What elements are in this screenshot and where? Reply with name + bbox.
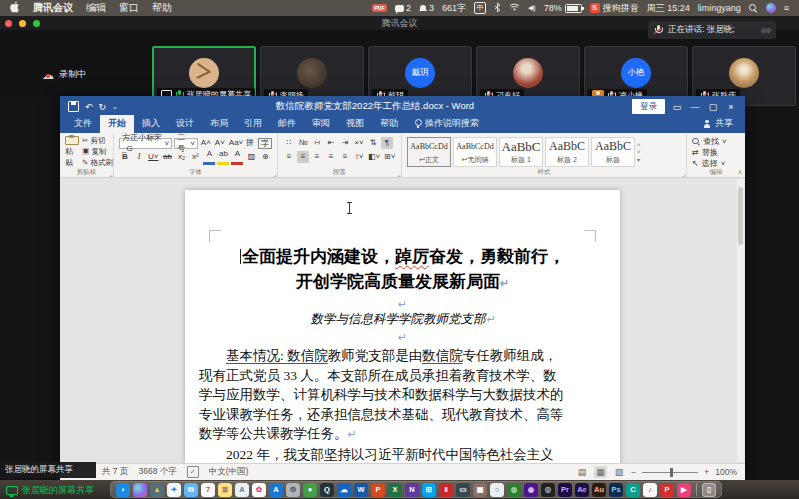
dock-icon-calendar[interactable]: 7	[201, 483, 215, 497]
justify-icon[interactable]: ≡	[325, 151, 337, 163]
login-button[interactable]: 登录	[632, 99, 665, 114]
format-painter-button[interactable]: ✎ 格式刷	[82, 158, 113, 168]
redo-icon[interactable]: ↻	[99, 102, 107, 112]
style-card-标题 1[interactable]: AaBbC标题 1	[499, 137, 543, 167]
shading-icon[interactable]: ◧˅	[367, 151, 381, 163]
highlight-color-icon[interactable]: ab	[217, 150, 229, 165]
dock-icon-audition[interactable]: Au	[592, 483, 606, 497]
close-traffic-light[interactable]	[5, 20, 12, 27]
dock-icon-mail[interactable]: ✉	[184, 483, 198, 497]
dock-icon-onenote[interactable]: N	[405, 483, 419, 497]
dock-icon-earth-browser[interactable]: ◍	[507, 483, 521, 497]
dock-icon-after-effects[interactable]: Ae	[575, 483, 589, 497]
menubar-app-name[interactable]: 腾讯会议	[33, 0, 73, 16]
underline-button[interactable]: U˅	[147, 151, 159, 163]
paste-button[interactable]: 粘贴	[65, 136, 79, 168]
copy-button[interactable]: ▣ 复制	[82, 147, 113, 157]
grow-font-icon[interactable]: A˄	[200, 137, 212, 149]
change-case-icon[interactable]: Aa˅	[228, 137, 242, 149]
style-card-↩正文[interactable]: AaBbCcDd↩正文	[407, 137, 451, 167]
dock-icon-circle-app[interactable]: ○	[490, 483, 504, 497]
superscript-button[interactable]: x²	[189, 151, 201, 163]
ribbon-tab-布局[interactable]: 布局	[202, 115, 236, 133]
dock-icon-screen-tool[interactable]: ▭	[456, 483, 470, 497]
dock-icon-photoshop[interactable]: Ps	[609, 483, 623, 497]
scrollbar-thumb[interactable]	[738, 187, 743, 245]
dock-icon-textedit[interactable]: A	[235, 483, 249, 497]
wifi-icon[interactable]	[509, 3, 520, 13]
paragraph-dialog-launcher[interactable]: ⌟	[397, 170, 400, 177]
chat-status-item[interactable]: 2	[395, 3, 411, 13]
clipboard-dialog-launcher[interactable]: ⌟	[109, 170, 112, 177]
phonetic-guide-icon[interactable]: 拼	[244, 137, 256, 149]
control-center-icon[interactable]: ≡	[784, 3, 789, 13]
dock-icon-app-store[interactable]: A	[269, 483, 283, 497]
language-status[interactable]: 中文(中国)	[209, 466, 249, 478]
mic-muted-icon[interactable]	[654, 25, 663, 35]
numbering-icon[interactable]: №	[297, 137, 309, 149]
strikethrough-button[interactable]: ab	[161, 151, 173, 163]
dock-icon-video-app[interactable]: ▶	[677, 483, 691, 497]
multilevel-list-icon[interactable]: ∺	[311, 137, 323, 149]
dock-icon-camera-app[interactable]: ◎	[541, 483, 555, 497]
dock-icon-premiere[interactable]: Pr	[558, 483, 572, 497]
cut-button[interactable]: ✂ 剪切	[82, 136, 113, 146]
web-layout-icon[interactable]: ▧	[613, 466, 626, 478]
ribbon-display-options-icon[interactable]: ▭	[671, 102, 683, 112]
dock-icon-red-tools-app[interactable]: ‖	[439, 483, 453, 497]
dock-icon-notes[interactable]: ≣	[218, 483, 232, 497]
sort-icon[interactable]: ⇅	[367, 137, 379, 149]
dock-icon-camtasia[interactable]: C	[626, 483, 640, 497]
borders-icon[interactable]: ⊞˅	[383, 151, 396, 163]
align-right-icon[interactable]: ≡	[311, 151, 323, 163]
dock-icon-qq[interactable]: Q	[320, 483, 334, 497]
dock-icon-powerpoint[interactable]: P	[371, 483, 385, 497]
restore-window-icon[interactable]: ▢	[707, 102, 719, 112]
battery-status-item[interactable]: 78%	[544, 3, 582, 13]
shrink-font-icon[interactable]: A˅	[214, 137, 226, 149]
italic-button[interactable]: I	[133, 151, 145, 163]
collapse-ribbon-icon[interactable]: ˄	[738, 169, 742, 176]
align-center-icon[interactable]: ≡	[297, 151, 309, 163]
font-color-icon[interactable]: A	[231, 150, 243, 165]
text-effects-icon[interactable]: A	[203, 150, 215, 165]
ime-box-icon[interactable]: 中	[474, 2, 486, 14]
enclose-characters-icon[interactable]: ⊕	[259, 151, 271, 163]
word-count-status[interactable]: 661字	[442, 2, 466, 15]
align-left-icon[interactable]: ≡	[283, 151, 295, 163]
dock-icon-launchpad[interactable]: ▲	[150, 483, 164, 497]
font-dialog-launcher[interactable]: ⌟	[273, 170, 276, 177]
dock-icon-weiyun-cloud[interactable]: ☁	[337, 483, 351, 497]
ribbon-tab-视图[interactable]: 视图	[338, 115, 372, 133]
close-window-icon[interactable]: ×	[725, 102, 737, 112]
word-titlebar[interactable]: ↶ ↻ ⌄ 数信院教师党支部2022年工作总结.docx - Word 登录 ▭…	[60, 96, 745, 117]
ribbon-tab-审阅[interactable]: 审阅	[304, 115, 338, 133]
zoom-in-icon[interactable]: +	[704, 467, 709, 477]
dock-icon-archive-tool[interactable]: ▣	[473, 483, 487, 497]
distribute-icon[interactable]: ≡	[339, 151, 351, 163]
minimize-window-icon[interactable]: —	[689, 102, 701, 112]
dock-icon-system-settings[interactable]: ⚙	[286, 483, 300, 497]
tell-me-search[interactable]: 操作说明搜索	[406, 115, 487, 133]
ribbon-tab-引用[interactable]: 引用	[236, 115, 270, 133]
apple-menu-icon[interactable]	[10, 1, 20, 15]
ime-status-item[interactable]: S 搜狗拼音	[590, 2, 639, 15]
zoom-level[interactable]: 100%	[715, 467, 737, 477]
character-shading-icon[interactable]: ▨	[245, 151, 257, 163]
dock-icon-word-app[interactable]: W	[354, 483, 368, 497]
zoom-out-icon[interactable]: −	[631, 467, 636, 477]
style-card-↩无间隔[interactable]: AaBbCcDd↩无间隔	[453, 137, 497, 167]
asian-layout-icon[interactable]: ×˅	[353, 137, 365, 149]
zoom-slider[interactable]	[642, 472, 698, 473]
decrease-indent-icon[interactable]: ⇤	[325, 137, 337, 149]
styles-gallery-scroll[interactable]: ˄˅▾	[637, 136, 641, 168]
ribbon-tab-帮助[interactable]: 帮助	[372, 115, 406, 133]
print-layout-icon[interactable]: ▦	[594, 466, 607, 478]
spotlight-search-icon[interactable]	[749, 4, 758, 13]
dock-icon-final-cut[interactable]: ◉	[524, 483, 538, 497]
style-card-标题 2[interactable]: AaBbC标题 2	[545, 137, 589, 167]
bold-button[interactable]: B	[119, 151, 131, 163]
font-name-combo[interactable]: 方正小标宋_G˅	[119, 138, 172, 149]
font-size-combo[interactable]: 二号˅	[174, 138, 198, 149]
document-page[interactable]: 全面提升内涵建设，踔厉奋发，勇毅前行， 开创学院高质量发展新局面↵ ↵ 数学与信…	[185, 190, 620, 463]
